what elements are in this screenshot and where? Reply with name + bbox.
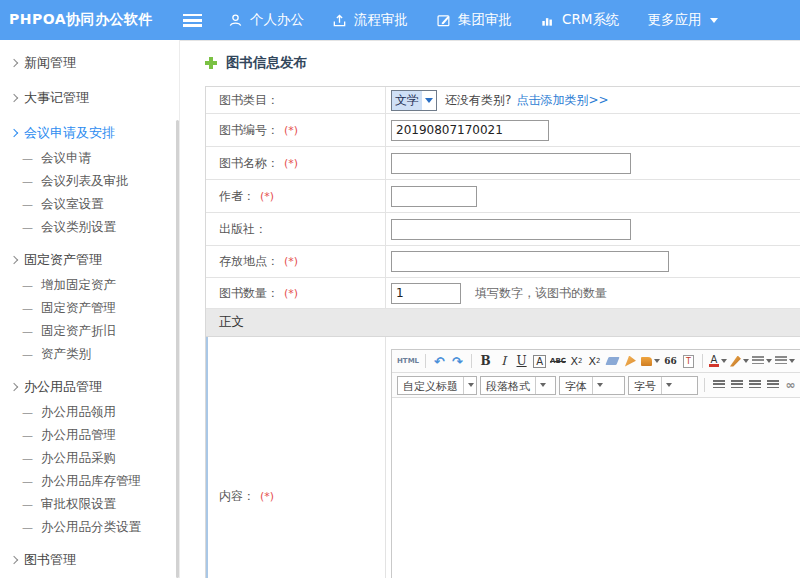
book-number-input[interactable] <box>391 120 549 141</box>
nav-crm-system[interactable]: CRM系统 <box>540 11 619 29</box>
page-title: 图书信息发布 <box>205 54 307 72</box>
sidebar-item-approval-permission-settings[interactable]: — 审批权限设置 <box>0 493 179 516</box>
category-hint: 还没有类别? <box>445 92 511 109</box>
chevron-right-icon <box>10 58 18 66</box>
font-color-icon[interactable]: A <box>709 353 727 370</box>
form-row-content: 内容： (*) HTML ↶ ↷ B I U A ABC <box>206 337 800 578</box>
paste-text-icon[interactable]: T <box>681 353 696 370</box>
ordered-list-icon[interactable] <box>752 353 772 370</box>
sidebar-group-news-mgmt[interactable]: 新闻管理 <box>0 48 179 77</box>
dash-icon: — <box>22 452 33 465</box>
sidebar-item-fixed-asset-mgmt[interactable]: — 固定资产管理 <box>0 297 179 320</box>
dash-icon: — <box>22 521 33 534</box>
sidebar-label: 办公用品领用 <box>41 404 116 421</box>
font-family-select[interactable]: 字体 <box>559 376 625 395</box>
sidebar-item-supplies-classification[interactable]: — 办公用品分类设置 <box>0 516 179 539</box>
strikethrough-icon[interactable]: ABC <box>550 353 566 370</box>
chevron-right-icon <box>10 555 18 563</box>
link-icon[interactable]: ∞ <box>783 377 798 394</box>
sidebar-item-meeting-room-settings[interactable]: — 会议室设置 <box>0 193 179 216</box>
nav-workflow-approval[interactable]: 流程审批 <box>332 11 408 29</box>
book-name-input[interactable] <box>391 153 631 174</box>
chevron-right-icon <box>10 255 18 263</box>
sidebar-label: 审批权限设置 <box>41 496 116 513</box>
sidebar-label: 会议列表及审批 <box>41 173 129 190</box>
sidebar-item-new-book[interactable]: — 新建图书 <box>0 574 179 578</box>
sidebar-group-memorabilia-mgmt[interactable]: 大事记管理 <box>0 83 179 112</box>
section-header-body: 正文 <box>206 309 800 337</box>
superscript-icon[interactable]: X2 <box>569 353 584 370</box>
select-value: 字体 <box>560 377 592 394</box>
blockquote-icon[interactable]: 66 <box>663 353 678 370</box>
format-painter-icon[interactable] <box>641 353 660 370</box>
custom-title-select[interactable]: 自定义标题 <box>397 376 477 395</box>
sidebar-group-fixed-assets[interactable]: 固定资产管理 <box>0 245 179 274</box>
select-arrow-icon <box>463 377 476 394</box>
nav-label: 集团审批 <box>458 11 512 29</box>
bold-icon[interactable]: B <box>478 353 493 370</box>
editor-toolbar-row2: 自定义标题 段落格式 字体 字号 <box>392 373 800 398</box>
align-center-icon[interactable] <box>729 377 744 394</box>
sidebar-item-add-fixed-asset[interactable]: — 增加固定资产 <box>0 274 179 297</box>
location-input[interactable] <box>391 251 669 272</box>
editor-content-area[interactable] <box>392 398 800 578</box>
sidebar-group-book-mgmt[interactable]: 图书管理 <box>0 545 179 574</box>
unordered-list-icon[interactable] <box>775 353 795 370</box>
field-label: 作者： (*) <box>206 180 386 212</box>
nav-group-approval[interactable]: 集团审批 <box>436 11 512 29</box>
align-justify-icon[interactable] <box>765 377 780 394</box>
sidebar-label: 办公用品库存管理 <box>41 473 141 490</box>
sidebar-item-meeting-category-settings[interactable]: — 会议类别设置 <box>0 216 179 239</box>
align-left-icon[interactable] <box>711 377 726 394</box>
italic-icon[interactable]: I <box>496 353 511 370</box>
hamburger-menu-icon[interactable] <box>183 14 202 27</box>
top-navbar: PHPOA协同办公软件 个人办公 流程审批 集团审批 CRM系统 <box>0 0 800 40</box>
sidebar-item-supplies-inventory[interactable]: — 办公用品库存管理 <box>0 470 179 493</box>
redo-icon[interactable]: ↷ <box>450 353 465 370</box>
html-source-icon[interactable]: HTML <box>397 353 419 370</box>
publisher-input[interactable] <box>391 219 631 240</box>
underline-icon[interactable]: U <box>514 353 529 370</box>
required-mark: (*) <box>260 190 274 203</box>
sidebar-item-supplies-purchase[interactable]: — 办公用品采购 <box>0 447 179 470</box>
undo-icon[interactable]: ↶ <box>432 353 447 370</box>
form-row-category: 图书类目： 文学 还没有类别? 点击添加类别>> <box>206 87 800 114</box>
add-category-link[interactable]: 点击添加类别>> <box>516 92 608 109</box>
sidebar-menu: 新闻管理 大事记管理 会议申请及安排 — 会议申请 — 会议列表及审批 — 会议… <box>0 40 180 578</box>
toolbar-separator <box>425 354 426 368</box>
sidebar-scrollbar[interactable] <box>176 120 179 578</box>
category-select-value: 文学 <box>392 91 422 110</box>
format-brush-icon[interactable] <box>623 353 638 370</box>
category-select[interactable]: 文学 <box>391 90 437 111</box>
sidebar-group-office-supplies[interactable]: 办公用品管理 <box>0 372 179 401</box>
sidebar-group-meeting-apply[interactable]: 会议申请及安排 <box>0 118 179 147</box>
sidebar-item-meeting-apply[interactable]: — 会议申请 <box>0 147 179 170</box>
eraser-icon[interactable] <box>605 353 620 370</box>
sidebar-item-meeting-list-approval[interactable]: — 会议列表及审批 <box>0 170 179 193</box>
nav-label: CRM系统 <box>562 11 619 29</box>
align-right-icon[interactable] <box>747 377 762 394</box>
sidebar-item-asset-category[interactable]: — 资产类别 <box>0 343 179 366</box>
label-text: 存放地点： <box>219 253 279 270</box>
sidebar-item-fixed-asset-depreciation[interactable]: — 固定资产折旧 <box>0 320 179 343</box>
subscript-icon[interactable]: X2 <box>587 353 602 370</box>
autotypeset-icon[interactable]: A <box>533 355 546 368</box>
sidebar-label: 增加固定资产 <box>41 277 116 294</box>
label-text: 图书数量： <box>219 285 279 302</box>
author-input[interactable] <box>391 186 477 207</box>
plus-icon <box>205 57 217 69</box>
nav-personal-office[interactable]: 个人办公 <box>228 11 304 29</box>
required-mark: (*) <box>284 255 298 268</box>
field-label: 图书类目： <box>206 87 386 113</box>
quantity-input[interactable] <box>391 283 461 304</box>
sidebar-label: 固定资产管理 <box>24 251 102 269</box>
nav-more-apps[interactable]: 更多应用 <box>647 11 718 29</box>
paragraph-format-select[interactable]: 段落格式 <box>480 376 556 395</box>
sidebar-item-supplies-mgmt[interactable]: — 办公用品管理 <box>0 424 179 447</box>
sidebar-label: 办公用品分类设置 <box>41 519 141 536</box>
highlight-pen-icon[interactable] <box>730 353 749 370</box>
sidebar-label: 办公用品采购 <box>41 450 116 467</box>
chevron-right-icon <box>10 93 18 101</box>
font-size-select[interactable]: 字号 <box>628 376 698 395</box>
sidebar-item-supplies-requisition[interactable]: — 办公用品领用 <box>0 401 179 424</box>
